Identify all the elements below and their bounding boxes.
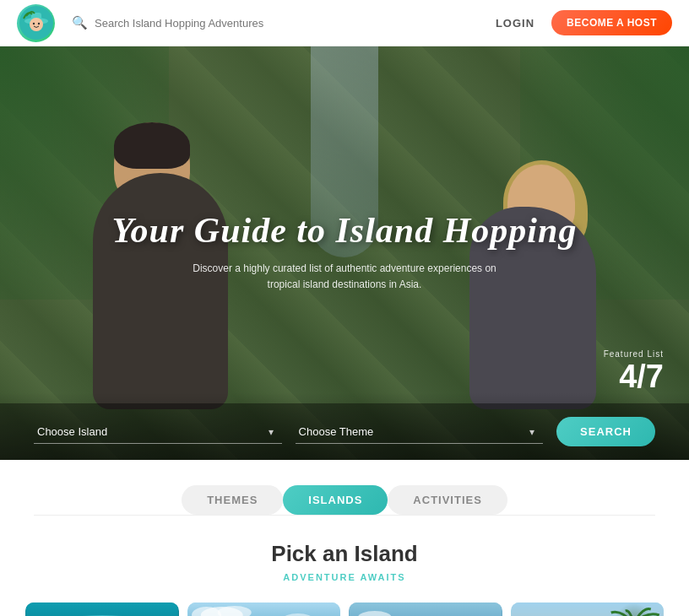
nav-right: LOGIN BECOME A HOST [496, 10, 672, 35]
theme-select[interactable]: Choose Theme Adventure Relaxation Cultur… [296, 420, 544, 444]
island-cards [17, 602, 672, 616]
featured-badge: Featured List 4/7 [604, 349, 664, 392]
logo-icon [17, 4, 55, 42]
tab-islands[interactable]: ISLANDS [283, 485, 388, 515]
hero-search-bar: Choose Island Bali Palawan Phuket Komodo… [0, 403, 689, 460]
search-icon: 🔍 [72, 15, 88, 30]
svg-rect-11 [187, 602, 339, 616]
tabs-section: THEMES ISLANDS ACTIVITIES [0, 460, 689, 515]
hero-content: Your Guide to Island Hopping Discover a … [0, 210, 689, 293]
svg-rect-6 [26, 602, 178, 616]
island-card-2[interactable] [187, 602, 341, 616]
hero-subtitle: Discover a highly curated list of authen… [176, 261, 513, 293]
become-host-button[interactable]: BECOME A HOST [551, 10, 672, 35]
svg-point-3 [30, 18, 43, 31]
island-card-3[interactable] [349, 602, 502, 616]
island-select[interactable]: Choose Island Bali Palawan Phuket Komodo [34, 420, 282, 444]
hero-search-button[interactable]: SEARCH [556, 417, 655, 446]
search-input[interactable] [95, 17, 280, 30]
pick-title: Pick an Island [17, 541, 672, 567]
island-card-1[interactable] [25, 602, 179, 616]
island-card-4[interactable] [511, 602, 665, 616]
pick-section: Pick an Island ADVENTURE AWAITS [0, 516, 689, 616]
hero-title: Your Guide to Island Hopping [17, 210, 672, 251]
pick-subtitle: ADVENTURE AWAITS [17, 572, 672, 582]
hero-section: Your Guide to Island Hopping Discover a … [0, 46, 689, 460]
tab-activities[interactable]: ACTIVITIES [388, 485, 507, 515]
tab-themes[interactable]: THEMES [182, 485, 283, 515]
featured-label: Featured List [604, 349, 664, 359]
logo-area[interactable] [17, 4, 55, 42]
island-select-wrapper: Choose Island Bali Palawan Phuket Komodo [34, 420, 282, 444]
svg-point-4 [32, 23, 34, 24]
theme-select-wrapper: Choose Theme Adventure Relaxation Cultur… [296, 420, 544, 444]
featured-number: 4/7 [619, 359, 664, 394]
login-button[interactable]: LOGIN [496, 17, 534, 30]
person-left-hair [114, 122, 190, 169]
svg-point-5 [37, 23, 39, 24]
svg-rect-24 [511, 602, 663, 616]
search-area: 🔍 [72, 15, 496, 30]
navbar: 🔍 LOGIN BECOME A HOST [0, 0, 689, 46]
